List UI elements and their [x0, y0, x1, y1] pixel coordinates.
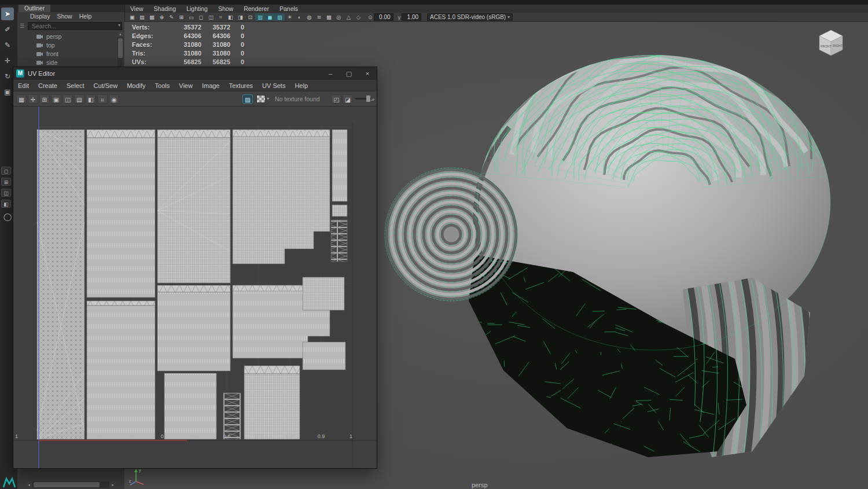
field-chart-icon[interactable]: ⌗ — [216, 13, 226, 21]
menu-cut-sew[interactable]: Cut/Sew — [89, 82, 123, 89]
outliner-horizontal-scrollbar[interactable]: ◂ ▸ — [25, 481, 116, 488]
menu-help[interactable]: Help — [76, 12, 95, 21]
pixel-snap-icon[interactable]: ⌗ — [97, 94, 108, 104]
chevron-down-icon[interactable]: ▾ — [118, 23, 120, 28]
menu-image[interactable]: Image — [197, 82, 225, 89]
safe-action-icon[interactable]: ◧ — [226, 13, 236, 21]
shaded-icon[interactable]: ◼ — [265, 13, 275, 21]
textured-icon[interactable]: ▨ — [275, 13, 285, 21]
scroll-right-icon[interactable]: ▸ — [109, 481, 116, 488]
menu-show[interactable]: Show — [213, 5, 238, 12]
xray-icon[interactable]: ◇ — [354, 13, 363, 21]
menu-create[interactable]: Create — [34, 82, 62, 89]
tile-padding-icon[interactable]: ▣ — [51, 94, 61, 104]
scrollbar-track[interactable] — [32, 481, 109, 488]
menu-view[interactable]: View — [125, 5, 149, 12]
scroll-up-icon[interactable]: ▴ — [117, 31, 123, 37]
wireframe-icon[interactable]: ▥ — [255, 13, 265, 21]
menu-renderer[interactable]: Renderer — [238, 5, 274, 12]
gamma-field[interactable]: 1.00 — [402, 13, 421, 21]
grease-pencil-icon[interactable]: ✎ — [167, 13, 176, 21]
scroll-left-icon[interactable]: ◂ — [25, 481, 32, 488]
grid-icon[interactable]: ⊞ — [176, 13, 186, 21]
scrollbar-thumb[interactable] — [34, 482, 100, 487]
menu-tools[interactable]: Tools — [150, 82, 175, 89]
select-tool-icon[interactable]: ➤ — [1, 8, 14, 20]
resolution-gate-icon[interactable]: ◻ — [196, 13, 206, 21]
screen-space-ao-icon[interactable]: ◍ — [304, 13, 314, 21]
texture-ratio-icon[interactable]: ◰ — [331, 94, 341, 104]
scale-tool-icon[interactable]: ▣ — [1, 86, 14, 98]
camera-attributes-icon[interactable]: ▣ — [127, 13, 137, 21]
motion-blur-icon[interactable]: ≋ — [314, 13, 324, 21]
menu-select[interactable]: Select — [62, 82, 89, 89]
chevron-down-icon[interactable]: ▾ — [267, 96, 269, 101]
expand-toolbar-icon[interactable]: » — [371, 95, 374, 102]
frame-all-icon[interactable]: ⊡ — [245, 13, 255, 21]
scrollbar-thumb[interactable] — [118, 38, 123, 58]
colorspace-dropdown[interactable]: ACES 1.0 SDR-video (sRGB) ▾ — [427, 13, 513, 21]
dim-image-icon[interactable]: ◪ — [343, 94, 353, 104]
search-input[interactable] — [28, 22, 122, 30]
uv-snapshot-camera-icon[interactable]: ◉ — [109, 94, 119, 104]
rotate-tool-icon[interactable]: ↻ — [1, 70, 14, 83]
view-cube-right-label: RIGHT — [833, 44, 843, 47]
maximize-button[interactable]: ▢ — [340, 67, 358, 80]
isolate-select-icon[interactable]: △ — [344, 13, 354, 21]
view-cube[interactable]: FRONT RIGHT — [812, 28, 849, 62]
layout-single-pane-icon[interactable]: ◻ — [1, 167, 11, 175]
menu-shading[interactable]: Shading — [149, 5, 182, 12]
shadows-icon[interactable]: ◐ — [295, 13, 304, 21]
outliner-item-persp[interactable]: persp — [17, 32, 124, 41]
menu-edit[interactable]: Edit — [13, 82, 34, 89]
exposure-field[interactable]: 0.00 — [374, 13, 393, 21]
menu-panels[interactable]: Panels — [274, 5, 303, 12]
menu-view[interactable]: View — [174, 82, 197, 89]
uv-lattice-icon[interactable]: ▦ — [16, 94, 27, 104]
slider-thumb[interactable] — [366, 95, 370, 102]
outliner-item-front[interactable]: front — [17, 50, 124, 58]
bookmarks-icon[interactable]: ▤ — [137, 13, 147, 21]
layout-two-pane-icon[interactable]: ◫ — [1, 189, 11, 197]
multisample-icon[interactable]: ▩ — [324, 13, 334, 21]
gate-mask-icon[interactable]: ◫ — [206, 13, 216, 21]
gamma-icon[interactable]: γ — [398, 14, 401, 20]
menu-help[interactable]: Help — [290, 82, 312, 89]
paint-select-tool-icon[interactable]: ✎ — [1, 39, 14, 52]
two-d-pan-zoom-icon[interactable]: ⊕ — [157, 13, 167, 21]
menu-lighting[interactable]: Lighting — [181, 5, 213, 12]
film-gate-icon[interactable]: ▭ — [186, 13, 196, 21]
filter-icon[interactable]: ☰ — [20, 23, 28, 29]
depth-of-field-icon[interactable]: ◎ — [334, 13, 344, 21]
uv-canvas[interactable]: 1 0.1 0.2 0.3 0.4 0.5 0.6 0.7 0.8 0.9 1 — [13, 106, 377, 468]
use-all-lights-icon[interactable]: ☀ — [285, 13, 295, 21]
render-view-icon[interactable]: ◯ — [1, 211, 14, 223]
close-button[interactable]: × — [358, 67, 377, 80]
minimize-button[interactable]: – — [321, 67, 340, 80]
outliner-item-top[interactable]: top — [17, 41, 124, 50]
tab-outliner[interactable]: Outliner — [19, 5, 50, 12]
uv-shell-icon[interactable]: ▤ — [74, 94, 84, 104]
uv-borders-icon[interactable]: ◫ — [62, 94, 73, 104]
menu-uv-sets[interactable]: UV Sets — [258, 82, 290, 89]
safe-title-icon[interactable]: ◨ — [236, 13, 245, 21]
exposure-icon[interactable]: ⊙ — [368, 14, 373, 20]
move-tool-icon[interactable]: ✛ — [1, 54, 14, 67]
hair-mesh-object[interactable] — [376, 35, 845, 475]
display-image-icon[interactable]: ▨ — [242, 94, 253, 104]
menu-modify[interactable]: Modify — [122, 82, 150, 89]
menu-textures[interactable]: Textures — [224, 82, 258, 89]
uv-editor-titlebar[interactable]: M UV Editor – ▢ × — [13, 67, 377, 80]
uv-grid-icon[interactable]: ⊞ — [39, 94, 50, 104]
menu-show[interactable]: Show — [53, 12, 75, 21]
layout-four-pane-icon[interactable]: ⊞ — [1, 178, 11, 186]
outliner-item-side[interactable]: side — [17, 58, 124, 67]
uv-move-icon[interactable]: ✛ — [28, 94, 38, 104]
uv-distortion-icon[interactable]: ◧ — [86, 94, 96, 104]
checker-map-icon[interactable] — [256, 95, 266, 103]
image-plane-icon[interactable]: ▦ — [147, 13, 157, 21]
lasso-tool-icon[interactable]: ✐ — [1, 23, 14, 36]
uv-editor-menubar: Edit Create Select Cut/Sew Modify Tools … — [13, 80, 377, 91]
layout-outliner-persp-icon[interactable]: ◧ — [1, 200, 11, 208]
menu-display[interactable]: Display — [27, 12, 53, 21]
